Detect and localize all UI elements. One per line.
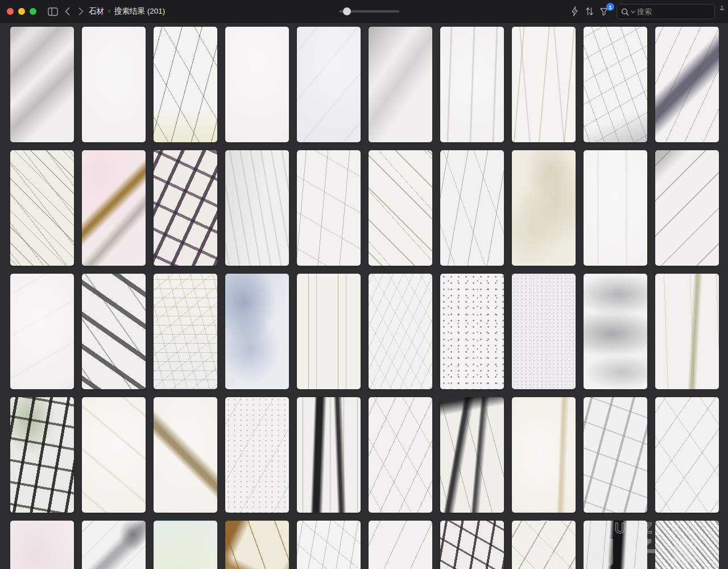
marble-gray-flow-diagonal[interactable] [655, 150, 719, 266]
chevron-left-icon [65, 7, 70, 15]
marble-plain-cream[interactable] [82, 397, 146, 513]
stone-fine-grain-lavender[interactable] [512, 274, 576, 389]
marble-black-center-vein[interactable] [584, 521, 647, 569]
search-scope-chevron-icon[interactable] [631, 10, 635, 14]
marble-thin-dark-crackle[interactable] [154, 27, 217, 142]
marble-calacatta-olive[interactable] [512, 521, 576, 569]
marble-dark-wave-bands[interactable] [82, 274, 146, 389]
search-results-area: SHUAZI KU 刷子库 [0, 23, 728, 569]
user-icon[interactable] [719, 5, 725, 10]
marble-blue-wash[interactable] [225, 274, 289, 389]
onyx-pink-gold-vein[interactable] [82, 150, 146, 266]
sort-button[interactable] [582, 0, 597, 23]
marble-dense-gray-crackle[interactable] [584, 27, 647, 142]
marble-soft-gray-band[interactable] [369, 27, 432, 142]
marble-green-black-breccia[interactable] [10, 397, 74, 513]
search-input[interactable] [637, 7, 710, 16]
marble-speckle-faint-veins[interactable] [225, 397, 289, 513]
stone-olive-streaks[interactable] [10, 150, 74, 266]
onyx-soft-pink[interactable] [10, 521, 74, 569]
marble-plain-offwhite[interactable] [82, 27, 146, 142]
marble-gray-vein-patch[interactable] [82, 521, 146, 569]
marble-gray-heavy-veined[interactable] [584, 397, 647, 513]
forward-button[interactable] [75, 0, 86, 23]
stone-pale-green[interactable] [154, 521, 217, 569]
marble-plain-lavender[interactable] [297, 27, 361, 142]
titlebar: 石材 › 搜索结果 (201) 1 [0, 0, 728, 23]
marble-plain-soft[interactable] [10, 274, 74, 389]
breadcrumb-current: 搜索结果 (201) [114, 6, 165, 17]
marble-gray-zebra-stripes[interactable] [655, 521, 719, 569]
marble-tan-diagonal-veins[interactable] [369, 150, 432, 266]
marble-thin-gray-crackle[interactable] [369, 397, 432, 513]
marble-dark-diagonal-vein[interactable] [655, 27, 719, 142]
marble-olive-vertical-veins[interactable] [655, 274, 719, 389]
lightning-icon [570, 6, 579, 17]
marble-viola-breccia[interactable] [154, 150, 217, 266]
marble-brown-pinstripes[interactable] [297, 274, 361, 389]
marble-black-vertical-veins[interactable] [297, 397, 361, 513]
stone-cream-mottled[interactable] [512, 150, 576, 266]
breadcrumb: 石材 › 搜索结果 (201) [89, 0, 165, 23]
marble-plain-faint-lines[interactable] [584, 150, 647, 266]
marble-statuario-veins[interactable] [440, 150, 504, 266]
search-icon [621, 8, 629, 16]
marble-brown-breccia[interactable] [225, 521, 289, 569]
thumbnail-grid [0, 23, 728, 569]
back-button[interactable] [61, 0, 73, 23]
slider-thumb[interactable] [343, 7, 351, 15]
search-field[interactable] [617, 4, 715, 19]
app-window: 石材 › 搜索结果 (201) 1 [0, 0, 728, 569]
filter-count-badge: 1 [606, 3, 614, 11]
chevron-right-icon [78, 7, 84, 15]
granite-dark-speckle[interactable] [440, 274, 504, 389]
marble-brown-diagonal-vein[interactable] [154, 397, 217, 513]
marble-black-jagged-veins[interactable] [440, 397, 504, 513]
marble-arabescato-gray[interactable] [369, 521, 432, 569]
close-window-button[interactable] [7, 8, 14, 15]
marble-faint-vertical-streaks[interactable] [440, 27, 504, 142]
marble-arabescato-veins[interactable] [297, 150, 361, 266]
marble-light-crackle[interactable] [655, 397, 719, 513]
minimize-window-button[interactable] [18, 8, 25, 15]
quick-actions-button[interactable] [567, 0, 582, 23]
marble-smoky-bands[interactable] [584, 274, 647, 389]
sidebar-toggle-icon [48, 7, 58, 16]
zoom-window-button[interactable] [30, 8, 36, 15]
thumbnail-size-slider[interactable] [339, 0, 399, 23]
marble-tan-vertical-veins[interactable] [512, 27, 576, 142]
marble-gray-diagonal-veins[interactable] [10, 27, 74, 142]
marble-fine-diagonal-texture[interactable] [369, 274, 432, 389]
breadcrumb-folder[interactable]: 石材 [89, 6, 104, 17]
marble-fine-crackle[interactable] [297, 521, 361, 569]
marble-plain-pink[interactable] [225, 27, 289, 142]
sort-arrows-icon [585, 7, 594, 16]
marble-green-gray-streaks[interactable] [225, 150, 289, 266]
marble-plum-breccia[interactable] [440, 521, 504, 569]
mosaic-white-tiles[interactable] [154, 274, 217, 389]
stone-cream-tan-streak[interactable] [512, 397, 576, 513]
sidebar-toggle-button[interactable] [47, 0, 59, 23]
breadcrumb-separator: › [108, 7, 110, 15]
